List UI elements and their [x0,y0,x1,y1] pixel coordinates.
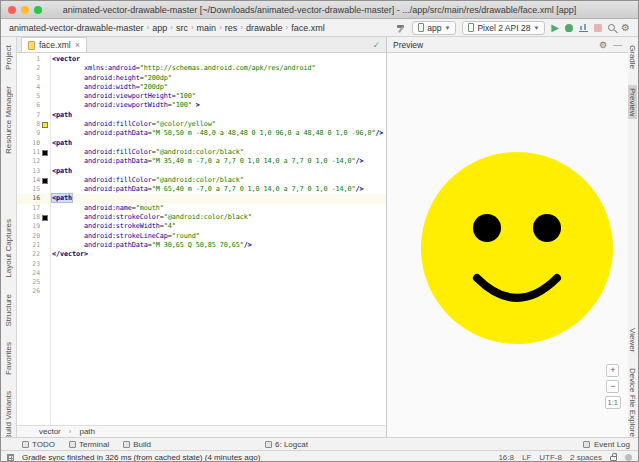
editor-breadcrumb-path[interactable]: path [79,427,95,436]
code-line[interactable]: android:name="mouth" [52,204,386,213]
code-line[interactable]: android:pathData="M 50,50 m -48,0 a 48,4… [52,129,386,138]
code-line[interactable]: android:height="200dp" [52,74,386,83]
code-line[interactable]: </vector> [52,250,386,259]
line-number[interactable]: 20 [17,232,50,241]
code-line[interactable] [52,269,386,278]
run-button[interactable]: ▶ [551,23,559,33]
line-number[interactable]: 1 [17,55,50,64]
tool-window-button-favorites[interactable]: Favorites [4,342,13,375]
code-line[interactable]: android:fillColor="@android:color/black" [52,176,386,185]
breadcrumb-main[interactable]: main [197,23,217,33]
color-swatch[interactable] [42,122,48,128]
tool-window-button-6-logcat[interactable]: 6: Logcat [258,438,315,450]
line-number[interactable]: 7 [17,111,50,120]
code-line[interactable] [52,260,386,269]
preview-settings-gear-icon[interactable]: ⚙ [599,40,607,50]
line-number[interactable]: 26 [17,287,50,296]
code-line[interactable]: android:strokeLineCap="round" [52,232,386,241]
code-line[interactable]: android:fillColor="@android:color/black" [52,148,386,157]
line-number[interactable]: 15 [17,185,50,194]
close-window-button[interactable] [8,6,16,14]
line-number[interactable]: 25 [17,278,50,287]
line-number[interactable]: 12 [17,157,50,166]
code-line[interactable] [52,287,386,296]
line-number[interactable]: 23 [17,260,50,269]
tool-window-button-terminal[interactable]: Terminal [62,438,116,450]
tool-window-button-viewer[interactable]: Viewer [628,328,637,352]
code-line[interactable]: android:pathData="M 65,40 m -7,0 a 7,7 0… [52,185,386,194]
tool-window-switcher-icon[interactable] [7,454,14,461]
line-number[interactable]: 4 [17,83,50,92]
status-message[interactable]: Gradle sync finished in 326 ms (from cac… [22,453,490,462]
code-editor[interactable]: 1234567891011121314151617181920212223242… [17,53,386,425]
tool-window-button-structure[interactable]: Structure [4,294,13,326]
color-swatch[interactable] [42,150,48,156]
code-line[interactable]: <path [52,167,386,176]
breadcrumb-res[interactable]: res [225,23,238,33]
tool-window-button-gradle[interactable]: Gradle [628,45,637,69]
line-number[interactable]: 13 [17,167,50,176]
tool-window-button-device-file-explorer[interactable]: Device File Explorer [628,368,637,440]
zoom-in-button[interactable]: + [606,364,619,377]
color-swatch[interactable] [42,215,48,221]
line-number[interactable]: 3 [17,74,50,83]
close-tab-icon[interactable]: × [75,41,80,50]
editor-breadcrumb-vector[interactable]: vector [39,427,61,436]
line-number[interactable]: 2 [17,64,50,73]
line-number[interactable]: 10 [17,139,50,148]
zoom-window-button[interactable] [34,6,42,14]
line-number[interactable]: 18 [17,213,50,222]
minimize-window-button[interactable] [21,6,29,14]
line-number[interactable]: 6 [17,101,50,110]
code-line[interactable]: android:fillColor="@color/yellow" [52,120,386,129]
stop-button[interactable] [594,24,602,32]
code-line[interactable]: xmlns:android="http://schemas.android.co… [52,64,386,73]
line-number[interactable]: 14 [17,176,50,185]
breadcrumb-animated-vector-drawable-master[interactable]: animated-vector-drawable-master [9,23,144,33]
color-swatch[interactable] [42,178,48,184]
tool-window-button-resource-manager[interactable]: Resource Manager [4,86,13,154]
tool-window-button-todo[interactable]: TODO [15,438,62,450]
inspection-status-icon[interactable]: ✓ [372,40,380,50]
hide-panel-icon[interactable]: — [613,40,622,50]
tool-window-button-event-log[interactable]: Event Log [583,440,638,449]
device-dropdown[interactable]: Pixel 2 API 28 ▼ [462,21,545,35]
line-number[interactable]: 11 [17,148,50,157]
debug-button[interactable] [565,24,573,32]
code-line[interactable] [52,278,386,287]
build-hammer-icon[interactable] [396,23,406,33]
line-number[interactable]: 5 [17,92,50,101]
encoding-indicator[interactable]: UTF-8 [539,453,562,462]
code-line[interactable]: android:viewportHeight="100" [52,92,386,101]
code-line[interactable]: android:strokeWidth="4" [52,222,386,231]
zoom-ratio-button[interactable]: 1:1 [605,396,621,409]
line-number[interactable]: 9 [17,129,50,138]
tool-window-button-preview[interactable]: Preview [628,85,637,119]
line-number[interactable]: 21 [17,241,50,250]
breadcrumb-face-xml[interactable]: face.xml [291,23,325,33]
breadcrumb-app[interactable]: app [152,23,167,33]
tool-window-button-layout-captures[interactable]: Layout Captures [4,219,13,278]
notifications-icon[interactable] [625,454,632,461]
indent-indicator[interactable]: 2 spaces [570,453,602,462]
tool-window-button-project[interactable]: Project [4,45,13,70]
line-number[interactable]: 24 [17,269,50,278]
search-everywhere-icon[interactable] [608,24,615,31]
line-number[interactable]: 19 [17,222,50,231]
code-line[interactable]: android:pathData="M 35,40 m -7,0 a 7,7 0… [52,157,386,166]
editor-tab-face-xml[interactable]: face.xml × [21,37,87,52]
code-line[interactable]: <vector [52,55,386,64]
breadcrumb-drawable[interactable]: drawable [246,23,283,33]
code-line[interactable]: android:strokeColor="@android:color/blac… [52,213,386,222]
tool-window-button-build[interactable]: Build [116,438,158,450]
breadcrumb-src[interactable]: src [176,23,188,33]
code-line[interactable]: android:width="200dp" [52,83,386,92]
line-number[interactable]: 16 [17,194,50,203]
line-number[interactable]: 8 [17,120,50,129]
line-separator-indicator[interactable]: LF [522,453,531,462]
code-line[interactable]: android:viewportWidth="100" > [52,101,386,110]
line-number[interactable]: 17 [17,204,50,213]
code-line[interactable]: <path [52,111,386,120]
profiler-button[interactable] [579,24,588,32]
read-only-lock-icon[interactable] [610,456,617,461]
